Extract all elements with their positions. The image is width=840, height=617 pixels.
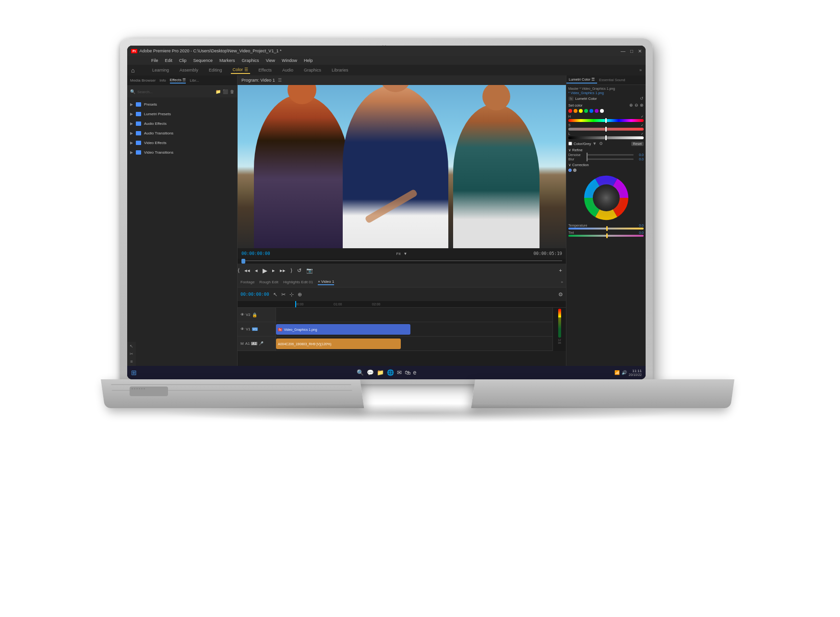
v1-sync[interactable]: V1 [252,327,258,331]
dot-green[interactable] [584,109,588,113]
tree-item-audio-transitions[interactable]: ▶ Audio Transitions [127,128,237,138]
tab-learning[interactable]: Learning [150,67,171,73]
taskbar-mail-icon[interactable]: ✉ [397,369,402,376]
tab-info[interactable]: Info [159,78,166,83]
temp-thumb[interactable] [606,226,608,231]
camera-btn[interactable]: 📷 [306,267,313,274]
taskbar-explorer-icon[interactable]: 📁 [377,369,384,376]
menu-markers[interactable]: Markers [219,58,235,63]
clock[interactable]: 11:11 20/10/22 [629,369,642,376]
taskbar-chat-icon[interactable]: 💬 [367,369,374,376]
tl-settings[interactable]: ⚙ [558,291,563,298]
tab-assembly[interactable]: Assembly [178,67,200,73]
taskbar-ie-icon[interactable]: 🌐 [387,369,394,376]
v2-toggle[interactable]: 👁 [240,313,244,317]
menu-file[interactable]: File [151,58,158,63]
zoom-dropdown-icon[interactable]: ▼ [403,252,407,256]
tl-tab-overflow[interactable]: » [561,280,563,284]
lumetri-color-tab[interactable]: Lumetri Color ☰ [566,76,597,84]
tab-audio[interactable]: Audio [280,67,295,73]
home-icon[interactable]: ⌂ [131,67,135,74]
scrubber-track[interactable] [241,259,562,264]
color-grey-settings[interactable]: ⚙ [599,141,603,146]
tl-tab-rough[interactable]: Rough Edit [259,280,278,284]
a1-mute[interactable]: M [240,341,244,346]
volume-icon[interactable]: 🔊 [622,370,627,375]
tab-libr[interactable]: Libr... [190,78,199,83]
tl-tool4[interactable]: ⊕ [298,291,302,298]
denoise-track[interactable] [587,154,634,156]
dot-purple[interactable] [595,109,599,113]
new-bin-icon[interactable]: 📁 [216,89,221,94]
eyedropper1-icon[interactable]: ⊕ [629,103,633,108]
menu-view[interactable]: View [266,58,275,63]
menu-edit[interactable]: Edit [165,58,173,63]
wifi-icon[interactable]: 📶 [614,370,620,375]
tint-track[interactable] [568,235,644,237]
scrubber-thumb[interactable] [241,259,245,264]
color-grey-icon[interactable]: ▼ [592,141,597,146]
essential-sound-tab[interactable]: Essential Sound [597,77,627,83]
play-back-btn[interactable]: ◂ [255,267,258,274]
add-btn[interactable]: + [559,267,562,273]
mark-out-btn[interactable]: ⟩ [290,267,292,274]
l-thumb[interactable] [605,135,607,140]
dot-yellow[interactable] [579,109,583,113]
tree-item-audio-effects[interactable]: ▶ Audio Effects [127,119,237,128]
play-btn[interactable]: ▶ [263,267,267,274]
monitor-menu-icon[interactable]: ☰ [278,78,282,83]
menu-window[interactable]: Window [282,58,297,63]
tree-item-lumetri-presets[interactable]: ▶ Lumetri Presets [127,109,237,119]
menu-help[interactable]: Help [304,58,313,63]
tl-tool1[interactable]: ↖ [273,291,277,298]
eyedropper3-icon[interactable]: ⊗ [640,103,644,108]
s-thumb[interactable] [605,127,607,132]
tl-tab-highlights[interactable]: Highlights Edit 01 [283,280,313,284]
dot-white[interactable] [600,109,604,113]
tab-media-browser[interactable]: Media Browser [130,78,156,83]
taskbar-search-icon[interactable]: 🔍 [357,369,364,376]
clip-a1[interactable]: A004C206_190803_RH9 [V](120%) [276,339,401,349]
menu-sequence[interactable]: Sequence [193,58,213,63]
a1-mic[interactable]: 🎤 [259,341,264,346]
menu-graphics[interactable]: Graphics [242,58,259,63]
start-icon[interactable]: ⊞ [131,369,137,376]
a1-sync[interactable]: A1 [251,342,257,345]
v2-lock[interactable]: 🔒 [252,313,257,317]
l-track[interactable] [568,136,644,139]
h-thumb[interactable] [605,118,607,123]
fit-label[interactable]: Fit [396,252,401,256]
ripple-tool-icon[interactable]: ✂ [130,351,133,356]
tab-editing[interactable]: Editing [207,67,224,73]
denoise-thumb[interactable] [587,153,588,157]
dot-red[interactable] [568,109,572,113]
tl-tab-video1[interactable]: × Video 1 [318,279,334,285]
s-track[interactable] [568,128,644,131]
select-tool-icon[interactable]: ↖ [130,344,133,349]
tl-tab-footage[interactable]: Footage [240,280,254,284]
mark-in-btn[interactable]: ⟨ [238,267,240,274]
tree-item-video-effects[interactable]: ▶ Video Effects [127,138,237,147]
dot-orange[interactable] [574,109,577,113]
tab-effects-panel[interactable]: Effects ☰ [170,78,186,84]
tint-thumb[interactable] [606,233,608,238]
reset-button[interactable]: Reset [631,142,644,146]
play-fwd-btn[interactable]: ▸ [272,267,275,274]
blur-track[interactable] [587,158,634,160]
tab-overflow[interactable]: » [639,68,642,73]
menu-clip[interactable]: Clip [179,58,187,63]
tab-color[interactable]: Color ☰ [231,66,250,74]
taskbar-edge-icon[interactable]: e [413,369,417,376]
loop-btn[interactable]: ↺ [297,267,301,274]
step-back-btn[interactable]: ◂◂ [244,267,250,274]
tree-item-presets[interactable]: ▶ Presets [127,99,237,109]
tab-graphics[interactable]: Graphics [302,67,323,73]
minimize-btn[interactable]: — [621,48,625,54]
taskbar-store-icon[interactable]: 🛍 [405,369,410,376]
dot-blue[interactable] [589,109,593,113]
blur-thumb[interactable] [587,157,588,161]
temp-track[interactable] [568,228,644,230]
v1-toggle[interactable]: 👁 [240,327,244,331]
eyedropper2-icon[interactable]: ⊖ [635,103,638,108]
delete-icon[interactable]: 🗑 [230,89,234,94]
